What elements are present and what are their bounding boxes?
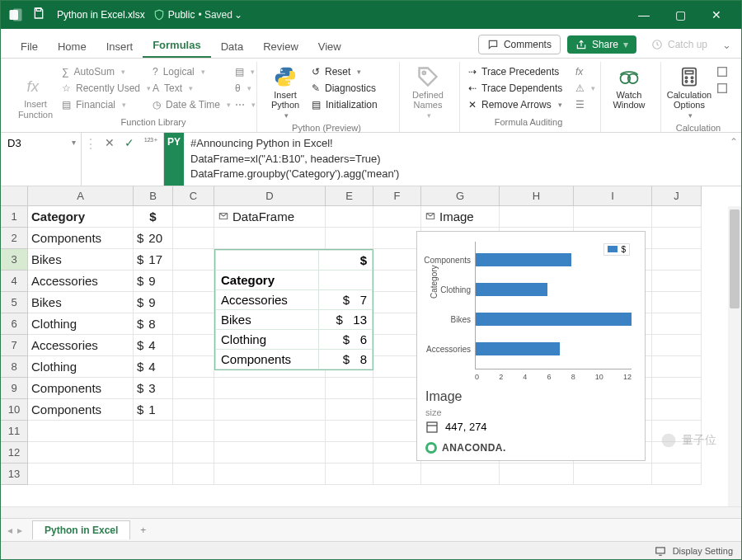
cell[interactable]: [326, 464, 373, 485]
cell[interactable]: $4: [134, 335, 173, 356]
calc-options-button[interactable]: Calculation Options ▾: [666, 64, 712, 121]
evaluate-button[interactable]: ☰: [572, 96, 592, 113]
lookup-button[interactable]: ▤▾: [232, 64, 248, 80]
cell[interactable]: [28, 464, 134, 485]
trace-precedents-button[interactable]: ⇢Trace Precedents: [465, 64, 572, 80]
error-check-button[interactable]: ⚠▾: [572, 80, 592, 96]
math-button[interactable]: θ▾: [232, 80, 248, 96]
cell[interactable]: [326, 378, 373, 399]
cell[interactable]: $1: [134, 399, 173, 421]
sheet-tab-active[interactable]: Python in Excel: [32, 520, 130, 539]
cell[interactable]: [326, 399, 373, 421]
cell[interactable]: [652, 292, 702, 313]
tab-view[interactable]: View: [308, 34, 351, 58]
tab-review[interactable]: Review: [253, 34, 308, 58]
cell[interactable]: [173, 292, 214, 313]
cell[interactable]: [373, 271, 421, 292]
save-status[interactable]: • Saved: [198, 9, 232, 21]
cell[interactable]: $9: [134, 271, 173, 292]
cell[interactable]: [652, 271, 702, 292]
sheet-nav-next[interactable]: ▸: [17, 525, 22, 536]
cell[interactable]: [173, 356, 214, 378]
display-settings-button[interactable]: Display Setting: [673, 546, 733, 556]
select-all-corner[interactable]: [1, 186, 28, 206]
cell[interactable]: [214, 464, 326, 485]
cell[interactable]: [373, 464, 421, 485]
row-header-10[interactable]: 10: [1, 399, 28, 421]
image-preview-card[interactable]: Category $ ComponentsClothingBikesAccess…: [416, 231, 646, 461]
cell[interactable]: [652, 313, 702, 335]
cell[interactable]: [173, 378, 214, 399]
cell[interactable]: Clothing: [28, 313, 134, 335]
horizontal-scrollbar[interactable]: [1, 506, 741, 518]
scrollbar-thumb[interactable]: [730, 209, 740, 308]
cell[interactable]: [652, 206, 702, 228]
cell[interactable]: [373, 335, 421, 356]
cell[interactable]: [652, 249, 702, 271]
row-header-8[interactable]: 8: [1, 356, 28, 378]
cell[interactable]: [326, 228, 373, 249]
more-button[interactable]: ⋯▾: [232, 96, 248, 113]
sheet-nav-prev[interactable]: ◂: [7, 525, 12, 536]
text-button[interactable]: AText▾: [149, 80, 232, 96]
cell[interactable]: [28, 442, 134, 464]
cell[interactable]: Components: [28, 228, 134, 249]
cell[interactable]: [574, 464, 652, 485]
cell[interactable]: [373, 378, 421, 399]
column-headers[interactable]: ABCDEFGHIJ: [28, 186, 702, 206]
cell[interactable]: [373, 421, 421, 442]
name-box[interactable]: ▾: [1, 133, 82, 186]
col-header-G[interactable]: G: [421, 186, 500, 206]
privacy-label[interactable]: Public: [168, 9, 195, 21]
cell[interactable]: Bikes: [28, 292, 134, 313]
logical-button[interactable]: ?Logical▾: [149, 64, 232, 80]
python-mode-chip[interactable]: PY: [164, 133, 184, 186]
row-header-1[interactable]: 1: [1, 206, 28, 228]
cell[interactable]: [173, 249, 214, 271]
cell[interactable]: [373, 399, 421, 421]
cell[interactable]: Components: [28, 399, 134, 421]
expand-formula-bar-button[interactable]: ⌃: [726, 133, 741, 186]
tab-data[interactable]: Data: [211, 34, 253, 58]
save-status-caret[interactable]: ⌄: [234, 9, 242, 21]
cell[interactable]: $8: [134, 313, 173, 335]
cancel-formula-button[interactable]: ✕: [102, 136, 117, 149]
worksheet[interactable]: ABCDEFGHIJ 12345678910111213 Category$Da…: [1, 186, 741, 506]
cell[interactable]: [652, 356, 702, 378]
cell[interactable]: [326, 421, 373, 442]
minimize-button[interactable]: —: [626, 1, 662, 29]
cell[interactable]: [214, 378, 326, 399]
col-header-E[interactable]: E: [326, 186, 373, 206]
cell[interactable]: Image: [421, 206, 500, 228]
cell[interactable]: Category: [28, 206, 134, 228]
cell[interactable]: [173, 464, 214, 485]
calc-sheet-button[interactable]: [712, 80, 730, 96]
close-button[interactable]: ✕: [698, 1, 735, 29]
tab-home[interactable]: Home: [48, 34, 96, 58]
cell[interactable]: [134, 442, 173, 464]
cell[interactable]: Components: [28, 378, 134, 399]
row-header-12[interactable]: 12: [1, 442, 28, 464]
insert-python-button[interactable]: Insert Python ▾: [262, 64, 308, 121]
cell[interactable]: [28, 421, 134, 442]
cell[interactable]: [214, 421, 326, 442]
row-header-9[interactable]: 9: [1, 378, 28, 399]
cell[interactable]: [373, 292, 421, 313]
row-header-4[interactable]: 4: [1, 271, 28, 292]
save-icon[interactable]: [32, 7, 49, 23]
cell[interactable]: $3: [134, 378, 173, 399]
cell[interactable]: [173, 421, 214, 442]
cell[interactable]: [173, 206, 214, 228]
cell[interactable]: [652, 335, 702, 356]
cell[interactable]: [134, 421, 173, 442]
insert-function-button[interactable]: fx Insert Function: [12, 64, 59, 130]
cell[interactable]: [421, 464, 500, 485]
vertical-scrollbar[interactable]: [728, 206, 741, 506]
catchup-button[interactable]: Catch up: [643, 35, 716, 54]
cell[interactable]: $: [134, 206, 173, 228]
dataframe-preview[interactable]: $ Category Accessories$ 7 Bikes$ 13 Clot…: [214, 249, 373, 370]
reset-button[interactable]: ↺Reset▾: [308, 64, 391, 80]
financial-button[interactable]: ▤Financial▾: [59, 96, 149, 113]
row-header-2[interactable]: 2: [1, 228, 28, 249]
maximize-button[interactable]: ▢: [662, 1, 698, 29]
